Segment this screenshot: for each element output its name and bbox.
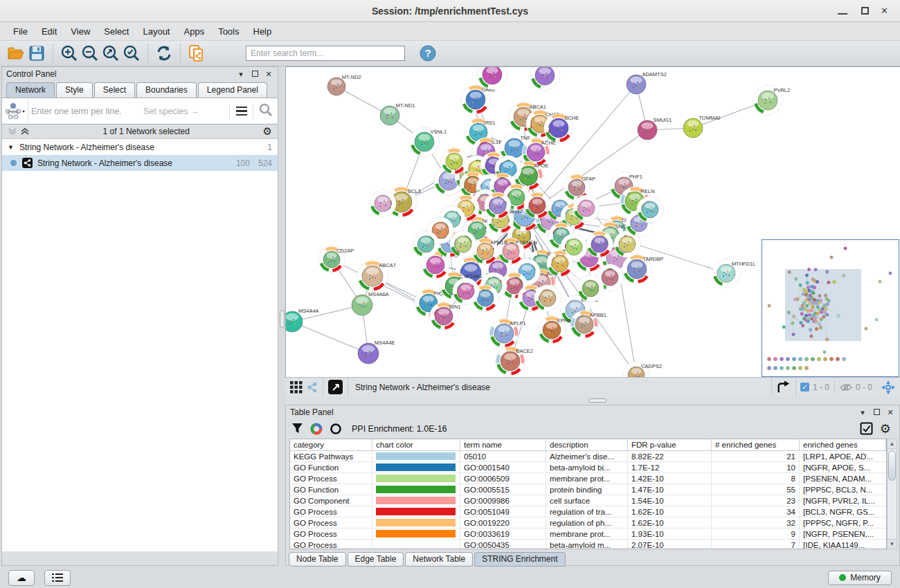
hidden-eye-icon[interactable]	[840, 383, 852, 392]
network-node[interactable]	[530, 67, 561, 91]
menu-select[interactable]: Select	[98, 24, 135, 39]
panel-splitter[interactable]	[278, 66, 285, 566]
panel-close-icon[interactable]: ✕	[264, 69, 273, 79]
table-row[interactable]: GO FunctionGO:0005515protein binding1.47…	[290, 484, 886, 495]
menu-help[interactable]: Help	[247, 24, 278, 39]
maximize-button[interactable]	[860, 6, 870, 16]
column-header[interactable]: FDR p-value	[628, 439, 712, 450]
save-session-icon[interactable]	[26, 44, 47, 63]
column-header[interactable]: chart color	[372, 439, 460, 450]
table-tab-string-enrichment[interactable]: STRING Enrichment	[474, 552, 565, 567]
task-list-button[interactable]	[44, 570, 71, 586]
table-scrollbar[interactable]: ▲ ▼	[887, 439, 897, 549]
network-collection-row[interactable]: ▼ String Network - Alzheimer's disease 1	[2, 139, 278, 155]
menu-apps[interactable]: Apps	[178, 24, 211, 39]
tab-legend-panel[interactable]: Legend Panel	[198, 82, 267, 98]
open-file-icon[interactable]	[6, 44, 26, 63]
network-node[interactable]: MT-ND1	[380, 102, 415, 125]
new-window-icon[interactable]	[328, 380, 343, 394]
string-search-icon[interactable]	[253, 103, 278, 119]
table-row[interactable]: GO ComponentGO:0009986cell surface1.54E-…	[290, 495, 886, 506]
close-button[interactable]: ✕	[881, 6, 890, 16]
zoom-selected-icon[interactable]	[121, 44, 142, 63]
table-row[interactable]: GO ProcessGO:0019220regulation of ph...1…	[290, 517, 886, 529]
menu-view[interactable]: View	[64, 24, 96, 39]
splitter-handle[interactable]	[280, 310, 285, 328]
network-node[interactable]: VSNL1	[409, 127, 447, 158]
ring-chart-icon[interactable]	[330, 423, 342, 435]
network-node[interactable]	[534, 284, 562, 313]
navigate-compass-icon[interactable]	[881, 380, 896, 395]
column-header[interactable]: enriched genes	[800, 439, 886, 450]
tab-select[interactable]: Select	[94, 82, 135, 98]
table-row[interactable]: GO ProcessGO:0051049regulation of tra...…	[290, 506, 886, 517]
network-node[interactable]	[577, 275, 605, 303]
network-node[interactable]: ABCA7	[357, 260, 396, 293]
network-node[interactable]: MT-ND2	[327, 74, 361, 95]
table-panel-float-icon[interactable]	[872, 407, 881, 417]
tree-expanded-icon[interactable]: ▼	[8, 144, 14, 151]
table-splitter[interactable]	[285, 396, 900, 405]
network-node[interactable]: PVRL2	[753, 85, 791, 116]
table-settings-gear-icon[interactable]: ⚙	[880, 421, 891, 437]
table-row[interactable]: GO ProcessGO:0033619membrane prot...1.93…	[290, 529, 886, 540]
scroll-up-icon[interactable]: ▲	[888, 439, 897, 449]
table-panel-dropdown-icon[interactable]: ▾	[858, 407, 867, 417]
network-node[interactable]: MS4A4E	[358, 340, 395, 364]
table-row[interactable]: GO ProcessGO:0006509membrane prot...1.42…	[290, 473, 886, 484]
menu-file[interactable]: File	[7, 24, 34, 39]
network-node[interactable]: MS4A6A	[352, 291, 389, 315]
string-menu-icon[interactable]	[229, 103, 253, 120]
scroll-thumb[interactable]	[888, 450, 896, 481]
scroll-down-icon[interactable]: ▼	[888, 539, 897, 549]
table-panel-close-icon[interactable]: ✕	[885, 407, 895, 417]
network-node[interactable]	[452, 277, 480, 306]
table-row[interactable]: GO ProcessGO:0050435beta-amyloid m...2.0…	[290, 540, 886, 549]
network-node[interactable]: BACE2	[495, 346, 534, 377]
network-options-gear-icon[interactable]: ⚙	[263, 125, 272, 138]
collapse-all-icon[interactable]	[8, 127, 17, 136]
zoom-out-icon[interactable]	[80, 44, 100, 63]
column-header[interactable]: term name	[460, 439, 546, 450]
share-view-icon[interactable]	[307, 382, 318, 393]
cloud-button[interactable]: ☁	[8, 570, 35, 586]
table-row[interactable]: KEGG Pathways05010Alzheimer's dise...8.8…	[290, 451, 886, 462]
string-query-input[interactable]	[31, 107, 135, 116]
table-tab-network-table[interactable]: Network Table	[405, 552, 473, 567]
network-row[interactable]: String Network - Alzheimer's disease 100…	[2, 155, 278, 171]
tab-style[interactable]: Style	[56, 82, 93, 98]
network-copy-icon[interactable]	[186, 44, 207, 63]
column-header[interactable]: description	[546, 439, 628, 450]
table-tab-edge-table[interactable]: Edge Table	[348, 552, 404, 567]
set-species-label[interactable]: Set species →	[143, 107, 199, 116]
column-header[interactable]: # enriched genes	[712, 439, 800, 450]
menu-edit[interactable]: Edit	[35, 24, 63, 39]
grid-view-icon[interactable]	[290, 381, 303, 394]
panel-float-icon[interactable]	[250, 69, 260, 79]
menu-layout[interactable]: Layout	[136, 24, 176, 39]
network-node[interactable]	[636, 196, 665, 224]
table-row[interactable]: GO FunctionGO:0001540beta-amyloid bi...1…	[290, 462, 886, 473]
select-all-checkbox-icon[interactable]	[860, 422, 873, 435]
network-node[interactable]: BIN1	[429, 302, 461, 331]
filter-icon[interactable]	[291, 423, 303, 434]
network-node[interactable]: TARDBP	[622, 254, 664, 285]
search-input[interactable]	[246, 46, 405, 61]
expand-all-icon[interactable]	[20, 127, 30, 136]
export-network-icon[interactable]	[776, 380, 791, 395]
network-node[interactable]: SMUG1	[638, 117, 672, 140]
table-tab-node-table[interactable]: Node Table	[289, 552, 346, 567]
network-node[interactable]	[586, 230, 614, 259]
panel-dropdown-icon[interactable]: ▾	[236, 69, 246, 79]
help-icon[interactable]: ?	[417, 44, 438, 63]
network-node[interactable]	[412, 230, 440, 259]
birds-eye-view[interactable]	[762, 239, 899, 377]
menu-tools[interactable]: Tools	[212, 24, 245, 39]
network-node[interactable]: EPHA5	[537, 315, 575, 345]
network-node[interactable]	[369, 190, 397, 218]
network-node[interactable]: CD2AP	[318, 246, 354, 274]
zoom-fit-icon[interactable]	[100, 44, 121, 63]
network-node[interactable]: TOMM40	[683, 115, 721, 138]
network-node[interactable]: ADAMTS2	[627, 71, 667, 94]
tab-boundaries[interactable]: Boundaries	[136, 82, 197, 98]
